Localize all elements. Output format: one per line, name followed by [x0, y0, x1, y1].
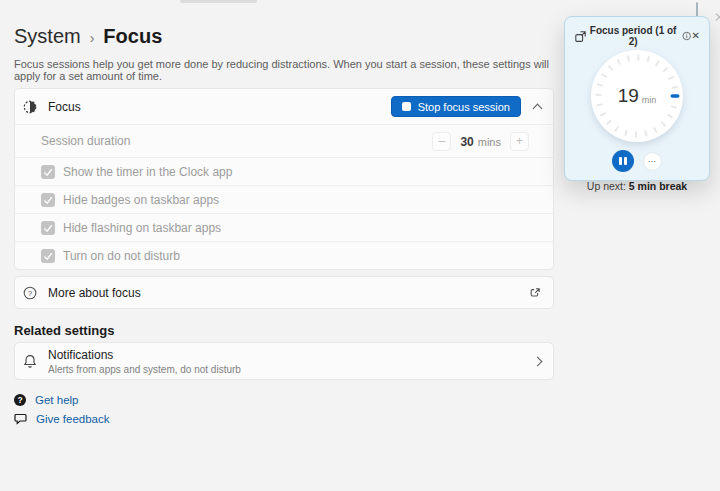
timer-minutes-value: 19	[618, 85, 639, 107]
timer-minutes-unit: min	[642, 95, 657, 105]
checkbox-checked-icon[interactable]	[41, 165, 55, 179]
popup-title: Focus period (1 of 2)	[587, 25, 679, 47]
info-icon[interactable]	[682, 31, 691, 41]
pause-icon	[619, 157, 621, 165]
stop-button-label: Stop focus session	[418, 101, 510, 113]
up-next-label: Up next:	[587, 180, 626, 192]
focus-icon	[22, 100, 38, 114]
breadcrumb-separator-icon: ›	[90, 30, 95, 46]
notifications-row[interactable]: Notifications Alerts from apps and syste…	[15, 343, 553, 379]
external-link-icon	[529, 287, 541, 299]
related-settings-header: Related settings	[14, 323, 114, 338]
notifications-title: Notifications	[48, 348, 241, 362]
checkbox-checked-icon[interactable]	[41, 249, 55, 263]
page-description: Focus sessions help you get more done by…	[14, 58, 554, 82]
session-duration-row: Session duration – 30mins +	[15, 124, 553, 157]
notifications-subtitle: Alerts from apps and system, do not dist…	[48, 364, 241, 375]
get-help-icon: ?	[14, 394, 26, 406]
checkbox-label: Hide flashing on taskbar apps	[63, 221, 221, 235]
focus-timer-popup: Focus period (1 of 2) ✕ 19 min	[564, 16, 710, 181]
focus-label: Focus	[48, 100, 81, 114]
checkbox-checked-icon[interactable]	[41, 193, 55, 207]
popup-title-group: Focus period (1 of 2)	[587, 25, 692, 47]
give-feedback-label[interactable]: Give feedback	[36, 413, 110, 425]
feedback-icon	[14, 413, 27, 425]
more-about-focus-row[interactable]: ? More about focus	[15, 277, 553, 308]
up-next-text: Up next: 5 min break	[565, 180, 709, 192]
question-circle-icon: ?	[22, 286, 38, 300]
focus-header-row[interactable]: Focus Stop focus session	[15, 89, 553, 124]
more-about-focus-card[interactable]: ? More about focus	[14, 276, 554, 309]
checkbox-label: Turn on do not disturb	[63, 249, 180, 263]
checkbox-label: Hide badges on taskbar apps	[63, 193, 219, 207]
checkbox-row-do-not-disturb[interactable]: Turn on do not disturb	[15, 241, 553, 269]
stop-icon	[402, 102, 411, 111]
focus-expander-card: Focus Stop focus session Session duratio…	[14, 88, 554, 270]
duration-value: 30	[460, 135, 473, 149]
checkbox-row-show-timer[interactable]: Show the timer in the Clock app	[15, 157, 553, 185]
checkbox-row-hide-flashing[interactable]: Hide flashing on taskbar apps	[15, 213, 553, 241]
focus-timer-dial: 19 min	[591, 50, 683, 142]
get-help-label[interactable]: Get help	[35, 394, 78, 406]
checkbox-checked-icon[interactable]	[41, 221, 55, 235]
decrease-duration-button[interactable]: –	[432, 132, 451, 151]
chevron-up-icon[interactable]	[533, 104, 543, 114]
notifications-card[interactable]: Notifications Alerts from apps and syste…	[14, 342, 554, 380]
breadcrumb: System › Focus	[14, 25, 162, 48]
page-title: Focus	[103, 25, 162, 48]
checkbox-row-hide-badges[interactable]: Hide badges on taskbar apps	[15, 185, 553, 213]
give-feedback-link[interactable]: Give feedback	[14, 413, 110, 425]
popup-actions: …	[565, 150, 709, 172]
up-next-value: 5 min break	[629, 180, 687, 192]
svg-text:?: ?	[28, 289, 33, 298]
session-duration-stepper: – 30mins +	[432, 132, 529, 151]
session-duration-label: Session duration	[41, 134, 130, 148]
checkbox-label: Show the timer in the Clock app	[63, 165, 232, 179]
background-window-edge	[180, 0, 257, 3]
get-help-link[interactable]: ? Get help	[14, 394, 78, 406]
more-options-button[interactable]: …	[643, 152, 662, 171]
duration-unit: mins	[478, 136, 501, 148]
more-about-focus-label: More about focus	[48, 286, 141, 300]
pause-button[interactable]	[612, 150, 634, 172]
increase-duration-button[interactable]: +	[510, 132, 529, 151]
expand-to-app-icon[interactable]	[574, 30, 587, 43]
stop-focus-session-button[interactable]: Stop focus session	[391, 96, 521, 117]
bell-icon	[22, 354, 38, 369]
chevron-right-icon	[533, 356, 543, 366]
popup-header: Focus period (1 of 2) ✕	[565, 17, 709, 47]
breadcrumb-system[interactable]: System	[14, 25, 81, 48]
popup-close-icon[interactable]: ✕	[692, 31, 700, 41]
settings-window: System › Focus Focus sessions help you g…	[0, 0, 720, 491]
